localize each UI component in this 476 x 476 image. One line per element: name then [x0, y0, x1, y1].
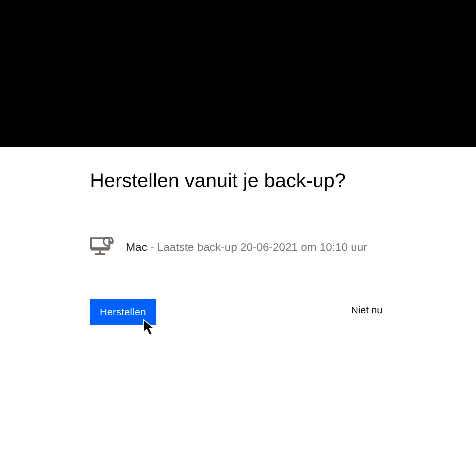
- top-black-band: [0, 0, 476, 147]
- dialog-title: Herstellen vanuit je back-up?: [90, 168, 386, 193]
- device-info-text: Mac - Laatste back-up 20-06-2021 om 10:1…: [126, 241, 367, 253]
- dialog-button-row: Herstellen Niet nu: [90, 299, 382, 325]
- device-row: Mac - Laatste back-up 20-06-2021 om 10:1…: [90, 237, 386, 256]
- restore-button[interactable]: Herstellen: [90, 299, 156, 325]
- device-backup-detail: Laatste back-up 20-06-2021 om 10:10 uur: [157, 241, 367, 253]
- device-name: Mac: [126, 241, 147, 253]
- monitor-restore-icon: [90, 237, 115, 256]
- device-separator: -: [147, 241, 157, 253]
- not-now-link[interactable]: Niet nu: [351, 304, 382, 320]
- dialog-content: Herstellen vanuit je back-up? Mac - Laat…: [0, 147, 476, 325]
